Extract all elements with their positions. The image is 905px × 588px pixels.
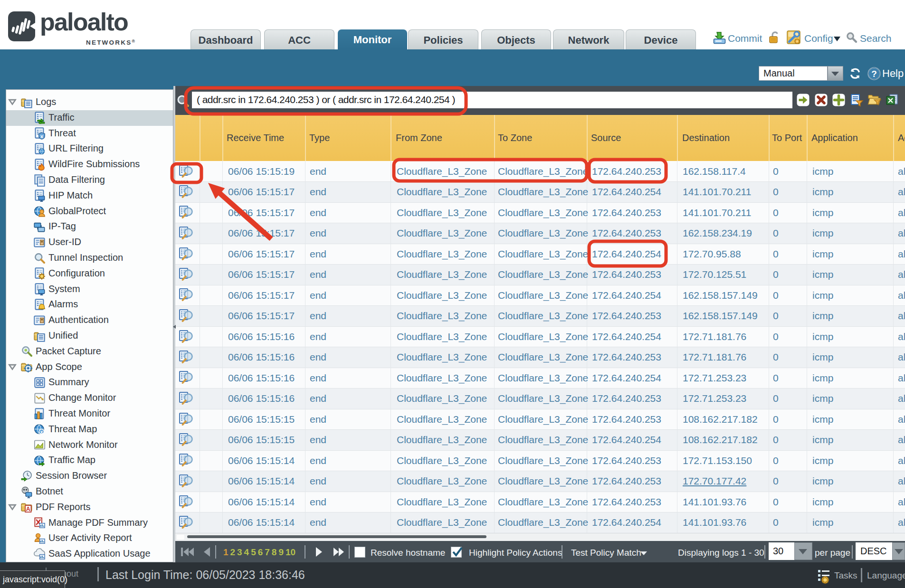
svg-text:?: ? xyxy=(871,69,877,79)
svg-text:x: x xyxy=(40,429,43,435)
svg-text:A: A xyxy=(26,506,30,512)
svg-text:x: x xyxy=(40,133,43,139)
